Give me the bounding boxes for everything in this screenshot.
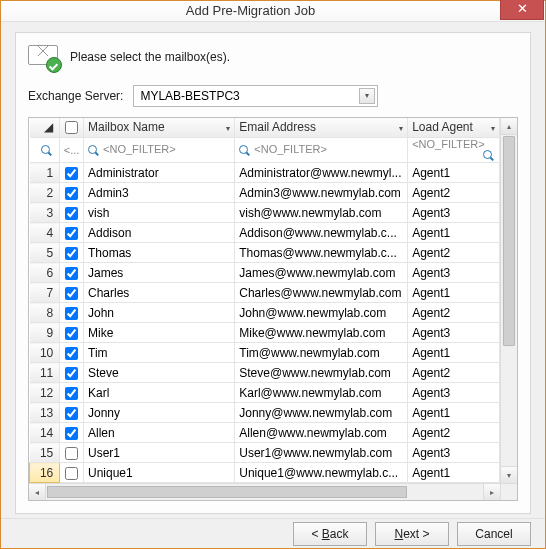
cell-load-agent[interactable]: Agent2 [408, 363, 500, 383]
row-number[interactable]: 12 [30, 383, 60, 403]
cell-email[interactable]: Charles@www.newmylab.com [235, 283, 408, 303]
row-checkbox[interactable] [60, 163, 84, 183]
table-row[interactable]: 4AddisonAddison@www.newmylab.c...Agent1 [30, 223, 500, 243]
cell-load-agent[interactable]: Agent3 [408, 263, 500, 283]
cell-load-agent[interactable]: Agent1 [408, 343, 500, 363]
cell-mailbox-name[interactable]: John [84, 303, 235, 323]
cell-email[interactable]: User1@www.newmylab.com [235, 443, 408, 463]
cell-mailbox-name[interactable]: vish [84, 203, 235, 223]
table-row[interactable]: 1AdministratorAdministrator@www.newmyl..… [30, 163, 500, 183]
scroll-thumb-v[interactable] [503, 136, 515, 346]
row-checkbox[interactable] [60, 303, 84, 323]
cell-mailbox-name[interactable]: Administrator [84, 163, 235, 183]
row-number[interactable]: 7 [30, 283, 60, 303]
cell-mailbox-name[interactable]: Allen [84, 423, 235, 443]
header-mailbox-name[interactable]: Mailbox Name▾ [84, 118, 235, 138]
table-row[interactable]: 8JohnJohn@www.newmylab.comAgent2 [30, 303, 500, 323]
row-checkbox[interactable] [60, 343, 84, 363]
table-row[interactable]: 15User1User1@www.newmylab.comAgent3 [30, 443, 500, 463]
row-number[interactable]: 14 [30, 423, 60, 443]
filter-name[interactable]: <NO_FILTER> [84, 138, 235, 163]
row-number[interactable]: 16 [30, 463, 60, 483]
table-row[interactable]: 2Admin3Admin3@www.newmylab.comAgent2 [30, 183, 500, 203]
cell-email[interactable]: John@www.newmylab.com [235, 303, 408, 323]
filter-agent[interactable]: <NO_FILTER> [408, 138, 500, 163]
row-number[interactable]: 15 [30, 443, 60, 463]
exchange-server-combo[interactable]: MYLAB-BESTPC3 ▾ [133, 85, 378, 107]
row-checkbox[interactable] [60, 183, 84, 203]
row-number[interactable]: 13 [30, 403, 60, 423]
cell-load-agent[interactable]: Agent1 [408, 463, 500, 483]
cell-mailbox-name[interactable]: Karl [84, 383, 235, 403]
row-checkbox[interactable] [60, 203, 84, 223]
cell-email[interactable]: Administrator@www.newmyl... [235, 163, 408, 183]
scroll-right-icon[interactable]: ▸ [483, 484, 500, 500]
table-row[interactable]: 6JamesJames@www.newmylab.comAgent3 [30, 263, 500, 283]
cell-email[interactable]: Tim@www.newmylab.com [235, 343, 408, 363]
table-row[interactable]: 5ThomasThomas@www.newmylab.c...Agent2 [30, 243, 500, 263]
cell-email[interactable]: James@www.newmylab.com [235, 263, 408, 283]
scroll-up-icon[interactable]: ▴ [501, 118, 517, 135]
cell-email[interactable]: Unique1@www.newmylab.c... [235, 463, 408, 483]
table-row[interactable]: 16Unique1Unique1@www.newmylab.c...Agent1 [30, 463, 500, 483]
cell-mailbox-name[interactable]: Mike [84, 323, 235, 343]
cell-mailbox-name[interactable]: Admin3 [84, 183, 235, 203]
cell-mailbox-name[interactable]: Unique1 [84, 463, 235, 483]
row-checkbox[interactable] [60, 443, 84, 463]
table-row[interactable]: 13JonnyJonny@www.newmylab.comAgent1 [30, 403, 500, 423]
row-number[interactable]: 9 [30, 323, 60, 343]
cell-mailbox-name[interactable]: Jonny [84, 403, 235, 423]
cell-load-agent[interactable]: Agent1 [408, 223, 500, 243]
table-row[interactable]: 9MikeMike@www.newmylab.comAgent3 [30, 323, 500, 343]
next-button[interactable]: Next > [375, 522, 449, 546]
row-checkbox[interactable] [60, 403, 84, 423]
cell-mailbox-name[interactable]: User1 [84, 443, 235, 463]
cell-mailbox-name[interactable]: Thomas [84, 243, 235, 263]
cell-email[interactable]: Addison@www.newmylab.c... [235, 223, 408, 243]
row-checkbox[interactable] [60, 243, 84, 263]
table-row[interactable]: 10TimTim@www.newmylab.comAgent1 [30, 343, 500, 363]
header-load-agent[interactable]: Load Agent▾ [408, 118, 500, 138]
cell-mailbox-name[interactable]: Addison [84, 223, 235, 243]
filter-email[interactable]: <NO_FILTER> [235, 138, 408, 163]
cell-email[interactable]: Jonny@www.newmylab.com [235, 403, 408, 423]
scroll-down-icon[interactable]: ▾ [501, 466, 517, 483]
table-row[interactable]: 12KarlKarl@www.newmylab.comAgent3 [30, 383, 500, 403]
row-checkbox[interactable] [60, 323, 84, 343]
row-number[interactable]: 2 [30, 183, 60, 203]
row-number[interactable]: 3 [30, 203, 60, 223]
header-email[interactable]: Email Address▾ [235, 118, 408, 138]
row-checkbox[interactable] [60, 463, 84, 483]
cell-load-agent[interactable]: Agent1 [408, 283, 500, 303]
cancel-button[interactable]: Cancel [457, 522, 531, 546]
row-number[interactable]: 11 [30, 363, 60, 383]
cell-mailbox-name[interactable]: Steve [84, 363, 235, 383]
cell-load-agent[interactable]: Agent1 [408, 403, 500, 423]
filter-check[interactable]: <... [60, 138, 84, 163]
row-checkbox[interactable] [60, 283, 84, 303]
row-number[interactable]: 5 [30, 243, 60, 263]
table-row[interactable]: 11SteveSteve@www.newmylab.comAgent2 [30, 363, 500, 383]
chevron-down-icon[interactable]: ▾ [359, 88, 375, 104]
row-checkbox[interactable] [60, 363, 84, 383]
filter-rownum[interactable] [30, 138, 60, 163]
cell-email[interactable]: Mike@www.newmylab.com [235, 323, 408, 343]
cell-email[interactable]: Thomas@www.newmylab.c... [235, 243, 408, 263]
header-check-all[interactable] [60, 118, 84, 138]
table-row[interactable]: 14AllenAllen@www.newmylab.comAgent2 [30, 423, 500, 443]
cell-mailbox-name[interactable]: Charles [84, 283, 235, 303]
row-number[interactable]: 6 [30, 263, 60, 283]
vertical-scrollbar[interactable]: ▴ ▾ [500, 118, 517, 484]
cell-mailbox-name[interactable]: James [84, 263, 235, 283]
row-number[interactable]: 8 [30, 303, 60, 323]
row-checkbox[interactable] [60, 223, 84, 243]
close-button[interactable]: ✕ [500, 0, 544, 20]
row-checkbox[interactable] [60, 263, 84, 283]
row-number[interactable]: 1 [30, 163, 60, 183]
scroll-left-icon[interactable]: ◂ [29, 484, 46, 500]
cell-email[interactable]: Allen@www.newmylab.com [235, 423, 408, 443]
cell-load-agent[interactable]: Agent3 [408, 203, 500, 223]
cell-load-agent[interactable]: Agent3 [408, 383, 500, 403]
table-row[interactable]: 3vishvish@www.newmylab.comAgent3 [30, 203, 500, 223]
cell-email[interactable]: Admin3@www.newmylab.com [235, 183, 408, 203]
